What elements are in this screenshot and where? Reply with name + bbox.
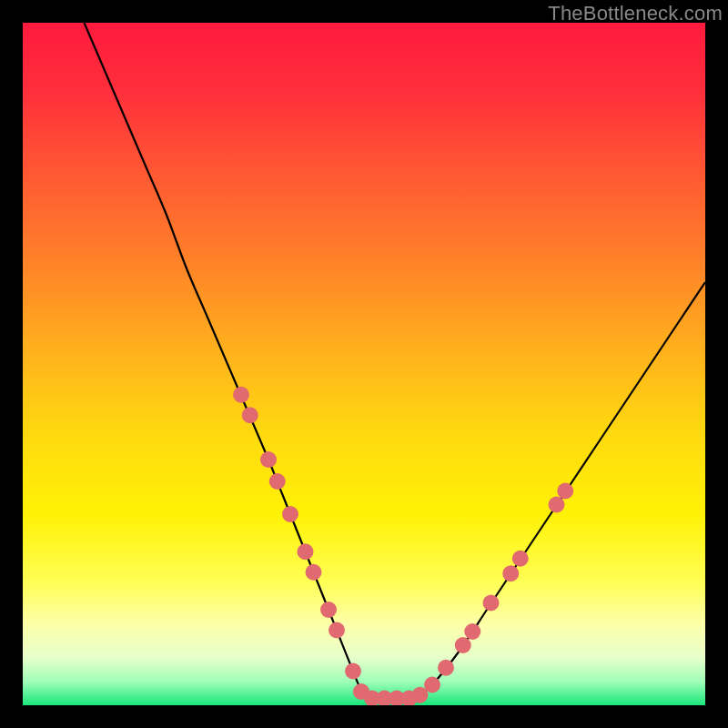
marker-dot <box>557 483 573 500</box>
marker-dot <box>242 407 258 423</box>
plot-area <box>23 23 705 705</box>
marker-dot <box>320 602 337 618</box>
watermark-text: TheBottleneck.com <box>548 2 723 25</box>
bottleneck-curve <box>85 23 706 699</box>
marker-dot <box>329 622 345 639</box>
marker-dot <box>438 660 454 676</box>
marker-dot <box>298 543 314 560</box>
marker-dot <box>549 497 565 513</box>
marker-dot <box>282 506 298 522</box>
curve-layer <box>23 23 705 705</box>
marker-dot <box>512 551 529 567</box>
marker-dot <box>424 677 440 693</box>
marker-dot <box>464 623 480 640</box>
marker-dot <box>306 564 322 581</box>
marker-dot <box>502 565 519 581</box>
marker-dot <box>455 637 471 653</box>
marker-dots-group <box>233 387 573 705</box>
marker-dot <box>483 595 500 612</box>
marker-dot <box>260 451 277 468</box>
marker-dot <box>233 387 249 403</box>
marker-dot <box>269 473 286 490</box>
marker-dot <box>345 663 361 680</box>
chart-stage: TheBottleneck.com <box>0 0 728 728</box>
